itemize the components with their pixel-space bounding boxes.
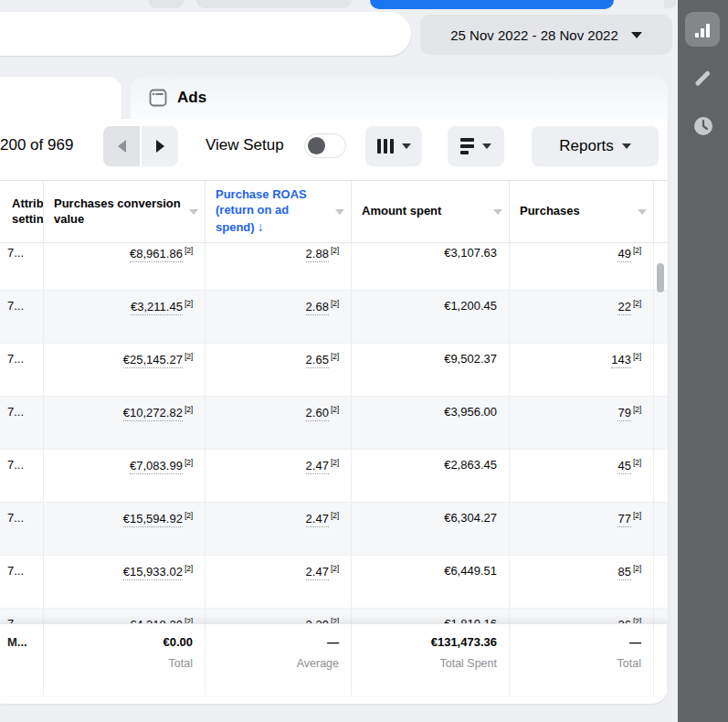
sort-caret-icon[interactable] [493, 209, 502, 215]
sort-caret-icon[interactable] [335, 209, 344, 215]
reports-button[interactable]: Reports [532, 126, 659, 166]
cell-purchases[interactable]: 77[2] [510, 503, 654, 555]
totals-conversion-value: €0.00 Total [44, 624, 206, 695]
tab-ads-label: Ads [177, 89, 206, 107]
cell-amount-spent: €3,107.63 [352, 238, 510, 290]
right-sidebar [678, 0, 728, 722]
cell-purchases-conversion-value[interactable]: €25,145.27[2] [44, 344, 206, 396]
tab-adsets-partial[interactable] [0, 77, 121, 119]
table-toolbar: 200 of 969 View Setup Reports [0, 119, 668, 174]
column-header-amount-spent[interactable]: Amount spent [352, 181, 510, 242]
column-header-purchases[interactable]: Purchases [510, 181, 654, 242]
cell-amount-spent: €6,449.51 [352, 556, 510, 608]
table-row: 7...€3,211.45[2]2.68[2]€1,200.4522[2] [0, 291, 668, 344]
column-header-purchases-conversion-value[interactable]: Purchases conversion value [44, 181, 206, 242]
breakdown-button[interactable] [448, 126, 504, 166]
cell-purchase-roas[interactable]: 2.47[2] [206, 450, 352, 502]
cell-amount-spent: €2,863.45 [352, 450, 510, 502]
cell-purchase-roas[interactable]: 2.47[2] [206, 556, 352, 608]
vertical-scrollbar-thumb[interactable] [657, 263, 664, 292]
cell-amount-spent: €3,956.00 [352, 397, 510, 449]
reports-label: Reports [559, 137, 614, 155]
toggle-knob [308, 137, 325, 154]
pagination-next-button[interactable] [142, 126, 178, 166]
cell-attribution-setting[interactable]: 7... [0, 503, 44, 555]
cell-purchase-roas[interactable]: 2.60[2] [206, 397, 352, 449]
table-row: 7...€7,083.99[2]2.47[2]€2,863.4545[2] [0, 450, 668, 503]
bar-chart-icon[interactable] [685, 12, 720, 47]
view-setup-toggle[interactable] [304, 133, 346, 158]
cell-purchases-conversion-value[interactable]: €10,272.82[2] [44, 397, 206, 449]
cell-purchase-roas[interactable]: 2.88[2] [206, 238, 352, 290]
cell-purchases[interactable]: 79[2] [510, 397, 654, 449]
pagination-prev-button[interactable] [103, 126, 140, 166]
ads-icon [149, 89, 167, 107]
cell-purchases[interactable]: 49[2] [510, 238, 654, 290]
arrow-left-icon [118, 140, 126, 153]
cell-purchases[interactable]: 45[2] [510, 450, 654, 502]
clock-icon[interactable] [678, 115, 728, 137]
scrollbar-gutter [654, 291, 668, 343]
scrollbar-gutter [654, 344, 668, 396]
table-header: Attribution setting Purchases conversion… [0, 180, 668, 243]
table-row: 7...€10,272.82[2]2.60[2]€3,956.0079[2] [0, 397, 668, 450]
arrow-right-icon [156, 140, 164, 153]
chevron-down-icon [622, 143, 631, 149]
table-row: 7...€15,594.92[2]2.47[2]€6,304.2777[2] [0, 503, 668, 556]
view-setup-label: View Setup [206, 136, 284, 154]
columns-icon [377, 139, 394, 154]
result-count: 200 of 969 [0, 136, 73, 154]
ads-table-panel: 200 of 969 View Setup Reports Attributio… [0, 119, 668, 704]
totals-attribution: M... [0, 624, 44, 695]
table-totals-row: M... €0.00 Total — Average €131,473.36 T… [0, 623, 668, 695]
cell-purchase-roas[interactable]: 2.65[2] [206, 344, 352, 396]
cell-purchases-conversion-value[interactable]: €15,933.02[2] [44, 556, 206, 608]
scrollbar-gutter [654, 450, 668, 502]
partial-button[interactable] [149, 0, 184, 8]
cell-amount-spent: €1,200.45 [352, 291, 510, 343]
date-range-label: 25 Nov 2022 - 28 Nov 2022 [450, 27, 617, 43]
partial-primary-button[interactable] [370, 0, 614, 9]
partial-button[interactable] [196, 0, 352, 8]
chevron-down-icon [402, 143, 411, 149]
columns-button[interactable] [365, 126, 422, 166]
cell-purchases-conversion-value[interactable]: €3,211.45[2] [44, 291, 206, 343]
sort-caret-icon[interactable] [189, 209, 198, 215]
cell-attribution-setting[interactable]: 7... [0, 556, 44, 608]
tab-ads[interactable]: Ads [131, 77, 668, 119]
pencil-icon[interactable] [678, 66, 728, 90]
partial-button[interactable] [664, 0, 676, 8]
cell-attribution-setting[interactable]: 7... [0, 291, 44, 343]
chevron-down-icon [482, 143, 491, 149]
cell-attribution-setting[interactable]: 7... [0, 450, 44, 502]
column-header-attribution-setting[interactable]: Attribution setting [0, 181, 44, 242]
totals-amount-spent: €131,473.36 Total Spent [352, 624, 510, 695]
cell-purchase-roas[interactable]: 2.68[2] [206, 291, 352, 343]
cell-purchase-roas[interactable]: 2.47[2] [206, 503, 352, 555]
totals-purchases: — Total [510, 624, 654, 695]
date-range-button[interactable]: 25 Nov 2022 - 28 Nov 2022 [420, 15, 672, 55]
cell-amount-spent: €6,304.27 [352, 503, 510, 555]
scrollbar-gutter [654, 503, 668, 555]
column-header-purchase-roas[interactable]: Purchase ROAS (return on ad spend)↓ [206, 181, 352, 242]
table-row: 7...€15,933.02[2]2.47[2]€6,449.5185[2] [0, 556, 668, 609]
cell-purchases[interactable]: 143[2] [510, 344, 654, 396]
cell-purchases-conversion-value[interactable]: €15,594.92[2] [44, 503, 206, 555]
cell-attribution-setting[interactable]: 7... [0, 344, 44, 396]
scrollbar-gutter [654, 624, 668, 695]
totals-roas: — Average [206, 624, 352, 695]
cell-attribution-setting[interactable]: 7... [0, 238, 44, 290]
cell-purchases[interactable]: 22[2] [510, 291, 654, 343]
cell-amount-spent: €9,502.37 [352, 344, 510, 396]
sort-caret-icon[interactable] [638, 209, 647, 215]
scrollbar-gutter [654, 556, 668, 608]
cell-purchases-conversion-value[interactable]: €8,961.86[2] [44, 238, 206, 290]
scrollbar-gutter [654, 397, 668, 449]
sort-direction-arrow: ↓ [258, 219, 264, 234]
cell-attribution-setting[interactable]: 7... [0, 397, 44, 449]
cell-purchases-conversion-value[interactable]: €7,083.99[2] [44, 450, 206, 502]
cell-purchases[interactable]: 85[2] [510, 556, 654, 608]
chevron-down-icon [631, 32, 642, 38]
search-input[interactable] [0, 12, 411, 56]
table-row: 7...€8,961.86[2]2.88[2]€3,107.6349[2] [0, 238, 668, 291]
